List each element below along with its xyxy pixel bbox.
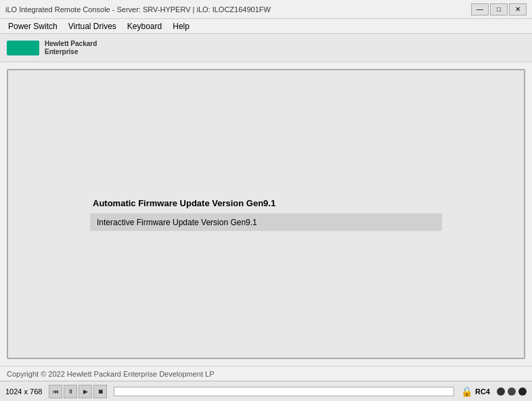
auto-firmware-label: Automatic Firmware Update Version Gen9.1	[90, 197, 275, 208]
hpe-logo-icon	[7, 41, 39, 55]
menu-bar: Power Switch Virtual Drives Keyboard Hel…	[0, 19, 532, 34]
menu-virtual-drives[interactable]: Virtual Drives	[63, 20, 122, 32]
playback-controls: ⏮ ⏸ ▶ ⏹	[49, 385, 107, 398]
close-button[interactable]: ✕	[509, 3, 527, 16]
firmware-content: Automatic Firmware Update Version Gen9.1…	[90, 197, 442, 231]
title-bar: iLO Integrated Remote Console - Server: …	[0, 0, 532, 19]
minimize-button[interactable]: —	[471, 3, 489, 16]
menu-help[interactable]: Help	[167, 20, 195, 32]
restore-button[interactable]: □	[490, 3, 508, 16]
color-dots	[497, 387, 527, 396]
status-bar: 1024 x 768 ⏮ ⏸ ▶ ⏹ 🔒 RC4	[0, 381, 532, 401]
hpe-line1: Hewlett Packard	[45, 40, 97, 48]
hpe-logo-text: Hewlett Packard Enterprise	[45, 40, 97, 56]
lock-icon-area: 🔒 RC4	[461, 386, 490, 397]
interactive-firmware-row[interactable]: Interactive Firmware Update Version Gen9…	[90, 213, 442, 231]
menu-keyboard[interactable]: Keyboard	[122, 20, 167, 32]
skip-back-button[interactable]: ⏮	[49, 385, 62, 398]
main-content: Automatic Firmware Update Version Gen9.1…	[0, 62, 532, 366]
progress-bar[interactable]	[114, 387, 454, 396]
title-controls: — □ ✕	[471, 3, 527, 16]
copyright-bar: Copyright © 2022 Hewlett Packard Enterpr…	[0, 366, 532, 381]
stop-button[interactable]: ⏹	[93, 385, 107, 398]
copyright-text: Copyright © 2022 Hewlett Packard Enterpr…	[7, 370, 214, 378]
lock-icon: 🔒	[461, 386, 472, 397]
pause-button[interactable]: ⏸	[64, 385, 77, 398]
menu-power-switch[interactable]: Power Switch	[3, 20, 63, 32]
interactive-firmware-label: Interactive Firmware Update Version Gen9…	[97, 217, 257, 227]
hpe-logo: Hewlett Packard Enterprise	[7, 40, 97, 56]
resolution-label: 1024 x 768	[5, 387, 42, 396]
title-text: iLO Integrated Remote Console - Server: …	[5, 5, 271, 14]
color-dot-1	[497, 387, 505, 396]
color-dot-2	[508, 387, 516, 396]
console-viewport[interactable]: Automatic Firmware Update Version Gen9.1…	[7, 69, 525, 359]
play-button[interactable]: ▶	[79, 385, 92, 398]
hpe-line2: Enterprise	[45, 48, 97, 56]
color-dot-3	[518, 387, 527, 396]
encryption-label: RC4	[475, 387, 490, 396]
hpe-header: Hewlett Packard Enterprise	[0, 34, 532, 62]
